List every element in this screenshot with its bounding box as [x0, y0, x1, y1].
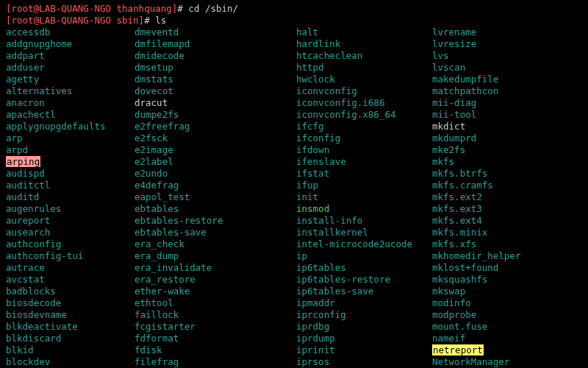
- ls-column-2: halthardlinkhtcachecleanhttpdhwclockicon…: [296, 26, 432, 368]
- file-entry: hwclock: [296, 74, 335, 85]
- file-entry: ebtables: [135, 203, 179, 214]
- file-entry: htcacheclean: [296, 50, 362, 61]
- file-entry: ifdown: [296, 144, 329, 155]
- file-entry: matchpathcon: [432, 85, 498, 96]
- file-entry: iprconfig: [296, 309, 346, 320]
- file-entry: iconvconfig.i686: [296, 97, 384, 108]
- file-entry: ebtables-restore: [135, 215, 223, 226]
- file-entry: ethtool: [135, 297, 173, 308]
- prompt-command: cd /sbin/: [188, 3, 238, 14]
- terminal[interactable]: [root@LAB-QUANG-NGO thanhquang]# cd /sbi…: [6, 3, 582, 368]
- file-entry: mklost+found: [432, 262, 498, 273]
- file-entry: mkhomedir_helper: [432, 250, 520, 261]
- file-entry: dmeventd: [135, 26, 179, 38]
- file-entry: addpart: [6, 50, 45, 61]
- ls-column-3: lvrenamelvresizelvslvscanmakedumpfilemat…: [432, 26, 582, 368]
- file-entry: e2undo: [135, 168, 168, 179]
- file-entry: installkernel: [296, 227, 368, 238]
- file-entry: lvscan: [432, 62, 465, 73]
- file-entry: blkdiscard: [6, 333, 61, 344]
- file-entry: biosdecode: [6, 297, 61, 308]
- ls-column-0: accessdbaddgnupghomeaddpartadduseragetty…: [6, 26, 135, 368]
- file-entry: mkfs.minix: [432, 227, 487, 238]
- file-entry: dmidecode: [135, 50, 184, 61]
- prompt-user: [root@LAB-QUANG-NGO sbin]: [6, 15, 144, 26]
- file-entry: mount.fuse: [432, 321, 487, 332]
- file-entry: lvrename: [432, 26, 476, 38]
- file-entry: ifconfig: [296, 132, 340, 144]
- file-entry: blkdeactivate: [6, 321, 78, 332]
- file-entry: e4defrag: [135, 180, 179, 191]
- file-entry: badblocks: [6, 286, 56, 297]
- prompt-hash: #: [177, 3, 188, 14]
- file-entry: lvresize: [432, 38, 476, 49]
- file-entry: autrace: [6, 262, 45, 273]
- file-entry: arping: [6, 156, 40, 167]
- file-entry: iprinit: [296, 344, 335, 355]
- file-entry: dovecot: [135, 85, 173, 96]
- file-entry: hardlink: [296, 38, 340, 49]
- file-entry: apachectl: [6, 109, 56, 120]
- file-entry: httpd: [296, 62, 324, 73]
- file-entry: dmsetup: [135, 62, 173, 73]
- file-entry: fcgistarter: [135, 321, 196, 332]
- file-entry: audispd: [6, 168, 45, 179]
- file-entry: ip6tables-restore: [296, 274, 390, 285]
- file-entry: e2freefrag: [135, 121, 190, 132]
- file-entry: fdisk: [135, 344, 162, 355]
- file-entry: eapol_test: [135, 191, 190, 202]
- file-entry: ifstat: [296, 168, 329, 179]
- file-entry: anacron: [6, 97, 45, 108]
- file-entry: ip: [296, 250, 307, 261]
- file-entry: mkfs.xfs: [432, 238, 476, 250]
- file-entry: authconfig-tui: [6, 250, 83, 261]
- prompt-command: ls: [155, 15, 166, 26]
- file-entry: alternatives: [6, 85, 72, 96]
- file-entry: aureport: [6, 215, 50, 226]
- file-entry: ifup: [296, 180, 318, 191]
- file-entry: ip6tables: [296, 262, 346, 273]
- file-entry: filefrag: [135, 356, 179, 367]
- file-entry: iprdbg: [296, 321, 329, 332]
- file-entry: e2label: [135, 156, 173, 167]
- file-entry: ifenslave: [296, 156, 346, 167]
- file-entry: era_invalidate: [135, 262, 212, 273]
- file-entry: era_dump: [135, 250, 179, 261]
- file-entry: ether-wake: [135, 286, 190, 297]
- prompt-hash: #: [144, 15, 155, 26]
- file-entry: avcstat: [6, 274, 45, 285]
- file-entry: ipmaddr: [296, 297, 335, 308]
- file-entry: auditd: [6, 191, 39, 202]
- file-entry: dumpe2fs: [135, 109, 179, 120]
- file-entry: arpd: [6, 144, 28, 155]
- file-entry: e2fsck: [135, 132, 168, 144]
- prompt-line-1: [root@LAB-QUANG-NGO thanhquang]# cd /sbi…: [6, 3, 582, 15]
- file-entry: mkfs.cramfs: [432, 180, 493, 191]
- file-entry: augenrules: [6, 203, 61, 214]
- file-entry: mkfs.ext3: [432, 203, 482, 214]
- file-entry: install-info: [296, 215, 362, 226]
- file-entry: blkid: [6, 344, 34, 355]
- file-entry: authconfig: [6, 238, 61, 250]
- file-entry: mkfs.ext2: [432, 191, 482, 202]
- file-entry: mkswap: [432, 286, 465, 297]
- file-entry: NetworkManager: [432, 356, 509, 367]
- file-entry: auditctl: [6, 180, 50, 191]
- file-entry: adduser: [6, 62, 45, 73]
- file-entry: mke2fs: [432, 144, 465, 155]
- file-entry: intel-microcode2ucode: [296, 238, 412, 250]
- file-entry: halt: [296, 26, 318, 38]
- file-entry: ebtables-save: [135, 227, 207, 238]
- file-entry: blockdev: [6, 356, 50, 367]
- file-entry: mkdumprd: [432, 132, 476, 144]
- file-entry: mkfs: [432, 156, 454, 167]
- file-entry: fdformat: [135, 333, 179, 344]
- file-entry: iconvconfig.x86_64: [296, 109, 395, 120]
- file-entry: era_restore: [135, 274, 196, 285]
- file-entry: ausearch: [6, 227, 50, 238]
- file-entry: mii-tool: [432, 109, 476, 120]
- file-entry: makedumpfile: [432, 74, 498, 85]
- file-entry: mkfs.btrfs: [432, 168, 487, 179]
- file-entry: iprdump: [296, 333, 335, 344]
- file-entry: mksquashfs: [432, 274, 487, 285]
